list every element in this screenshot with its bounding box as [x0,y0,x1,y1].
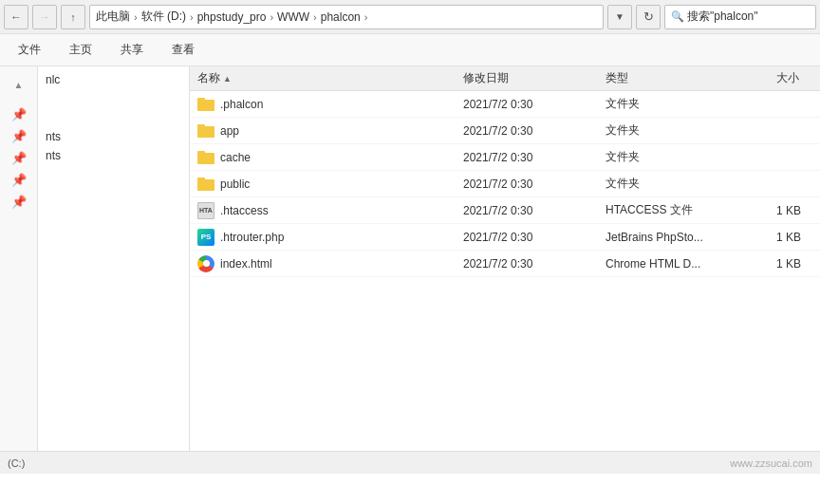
col-name[interactable]: 名称 ▲ [197,70,463,86]
sidebar-item-nts-1[interactable]: nts [38,127,189,146]
breadcrumb-phpstudy[interactable]: phpstudy_pro [197,10,267,24]
up-button[interactable]: ↑ [61,5,85,29]
file-name-cell: index.html [197,255,463,272]
sidebar: nlc nts nts [38,66,190,451]
breadcrumb-drive[interactable]: 软件 (D:) [141,9,186,25]
sidebar-item-nts-2[interactable]: nts [38,146,189,165]
breadcrumb-www[interactable]: WWW [277,10,309,24]
file-list: .phalcon 2021/7/2 0:30 文件夹 app 2021/7/2 … [190,91,820,451]
folder-icon [197,151,214,164]
search-input[interactable] [687,10,810,24]
table-row[interactable]: cache 2021/7/2 0:30 文件夹 [190,144,820,171]
breadcrumb-sep-1: › [134,11,138,23]
file-area: 名称 ▲ 修改日期 类型 大小 .phalcon 2021/7/2 0:30 [190,66,820,451]
breadcrumb-computer[interactable]: 此电脑 [96,9,130,25]
htaccess-icon: HTA [197,202,214,219]
pin-star-2[interactable]: 📌 [9,149,28,167]
address-bar: ← → ↑ 此电脑 › 软件 (D:) › phpstudy_pro › WWW… [0,0,820,34]
table-row[interactable]: PS .htrouter.php 2021/7/2 0:30 JetBrains… [190,224,820,251]
search-icon: 🔍 [671,10,684,23]
breadcrumb-sep-5: › [364,11,368,23]
breadcrumb[interactable]: 此电脑 › 软件 (D:) › phpstudy_pro › WWW › pha… [89,5,604,29]
pin-star-4[interactable]: 📌 [9,193,28,211]
folder-icon [197,124,214,138]
breadcrumb-sep-3: › [270,11,273,23]
table-row[interactable]: public 2021/7/2 0:30 文件夹 [190,171,820,197]
watermark: www.zzsucai.com [730,457,812,469]
file-name-cell: PS .htrouter.php [197,229,463,246]
file-table-header: 名称 ▲ 修改日期 类型 大小 [190,66,820,91]
col-type[interactable]: 类型 [606,70,776,86]
main-layout: ▲ 📌 📌 📌 📌 📌 nlc nts nts 名称 ▲ [0,66,820,451]
toolbar-file-btn[interactable]: 文件 [8,38,51,63]
statusbar: (C:) www.zzsucai.com [0,451,820,474]
table-row[interactable]: index.html 2021/7/2 0:30 Chrome HTML D..… [190,251,820,277]
col-modified[interactable]: 修改日期 [463,70,606,86]
file-name-cell: app [197,124,463,138]
file-name-cell: .phalcon [197,98,463,111]
toolbar-share-btn[interactable]: 共享 [110,38,154,63]
phpstorm-icon: PS [197,229,214,246]
breadcrumb-sep-2: › [190,11,194,23]
expand-area: ▲ [14,74,24,96]
pin-star-1[interactable]: 📌 [9,127,28,145]
file-name-cell: HTA .htaccess [197,202,463,219]
chrome-icon [197,255,214,272]
pin-star-3[interactable]: 📌 [9,171,28,189]
table-row[interactable]: HTA .htaccess 2021/7/2 0:30 HTACCESS 文件 … [190,197,820,224]
sort-arrow-name: ▲ [223,74,232,84]
folder-icon [197,98,214,111]
col-size[interactable]: 大小 [776,70,820,86]
expand-arrow[interactable]: ▲ [14,80,24,90]
forward-button[interactable]: → [32,5,57,29]
toolbar: 文件 主页 共享 查看 [0,34,820,66]
breadcrumb-sep-4: › [313,11,317,23]
folder-icon [197,177,214,191]
sidebar-item-nlc[interactable]: nlc [38,70,189,89]
toolbar-home-btn[interactable]: 主页 [59,38,102,63]
dropdown-button[interactable]: ▼ [607,5,632,29]
refresh-button[interactable]: ↻ [636,5,661,29]
statusbar-left: (C:) [8,457,25,469]
file-name-cell: public [197,177,463,191]
left-nav: ▲ 📌 📌 📌 📌 📌 [0,66,38,451]
file-name-cell: cache [197,151,463,164]
pin-nlc[interactable]: 📌 [9,105,28,123]
breadcrumb-phalcon[interactable]: phalcon [321,10,361,24]
table-row[interactable]: app 2021/7/2 0:30 文件夹 [190,118,820,144]
table-row[interactable]: .phalcon 2021/7/2 0:30 文件夹 [190,91,820,118]
toolbar-view-btn[interactable]: 查看 [161,38,205,63]
back-button[interactable]: ← [4,5,28,29]
search-box[interactable]: 🔍 [664,5,816,29]
nav-pins: 📌 📌 📌 📌 📌 [9,102,28,215]
